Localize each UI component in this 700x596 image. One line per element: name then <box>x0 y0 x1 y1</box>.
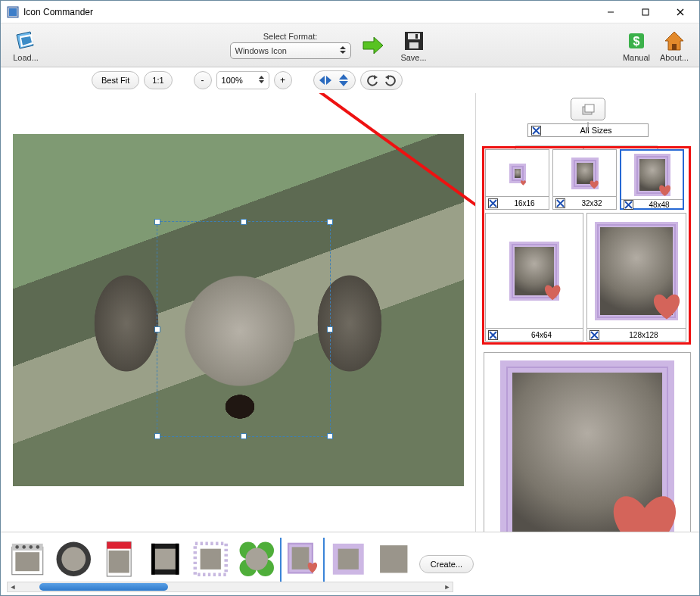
size-label: 16x16 <box>500 199 549 208</box>
svg-rect-58 <box>15 552 39 571</box>
flip-horizontal-icon[interactable] <box>317 72 334 89</box>
svg-rect-69 <box>201 549 221 569</box>
zoom-in-button[interactable]: + <box>274 71 292 89</box>
size-cell-32[interactable]: 32x32 <box>552 149 617 210</box>
minimize-button[interactable] <box>593 1 628 23</box>
all-sizes-row[interactable]: All Sizes <box>527 123 649 137</box>
all-sizes-label: All Sizes <box>545 126 648 135</box>
format-select[interactable]: Windows Icon <box>230 42 351 59</box>
create-button[interactable]: Create... <box>419 555 474 573</box>
svg-rect-79 <box>380 545 407 573</box>
checkbox-icon[interactable] <box>555 198 565 208</box>
size-label: 128x128 <box>602 331 686 339</box>
manual-label: Manual <box>623 53 650 62</box>
svg-rect-13 <box>408 33 420 39</box>
crop-handle[interactable] <box>327 219 333 225</box>
dropdown-spinner-icon <box>340 45 346 56</box>
manual-icon: $ <box>624 29 649 53</box>
svg-rect-65 <box>154 549 175 569</box>
style-thumb-clover[interactable] <box>236 538 278 582</box>
load-button[interactable]: Load... <box>7 25 45 66</box>
svg-marker-22 <box>319 76 325 85</box>
svg-marker-10 <box>340 51 346 54</box>
manual-button[interactable]: $ Manual <box>618 25 655 66</box>
style-thumb-notepad[interactable] <box>7 538 48 582</box>
scroll-thumb[interactable] <box>39 583 168 591</box>
checkbox-icon[interactable] <box>488 330 498 340</box>
scroll-right-icon[interactable]: ► <box>442 582 453 591</box>
size-label: 64x64 <box>500 331 583 339</box>
titlebar: Icon Commander <box>1 1 699 23</box>
style-strip: Create... ◄ ► <box>1 532 699 595</box>
flip-group <box>313 70 356 90</box>
style-thumb-stamp[interactable] <box>190 538 232 582</box>
svg-point-55 <box>22 545 26 549</box>
svg-point-60 <box>61 548 86 572</box>
size-cell-256[interactable]: 256x256 <box>484 352 691 532</box>
style-thumb-magazine[interactable] <box>98 538 140 582</box>
svg-rect-15 <box>415 34 418 39</box>
svg-rect-67 <box>175 544 179 575</box>
style-scrollbar[interactable]: ◄ ► <box>7 582 453 592</box>
checkbox-icon[interactable] <box>624 200 633 210</box>
crop-handle[interactable] <box>327 433 333 439</box>
rotate-left-icon[interactable] <box>364 72 381 89</box>
crop-handle[interactable] <box>327 326 333 332</box>
svg-marker-25 <box>339 81 348 86</box>
style-thumb-film[interactable] <box>145 538 186 582</box>
svg-point-57 <box>36 545 40 549</box>
svg-point-74 <box>245 548 268 571</box>
svg-marker-20 <box>259 76 264 79</box>
stack-icon <box>580 101 596 117</box>
size-cell-64[interactable]: 64x64 <box>485 213 583 342</box>
style-thumb-plain[interactable] <box>373 538 415 582</box>
view-toolbar: Best Fit 1:1 - 100% + <box>1 67 699 93</box>
crop-handle[interactable] <box>154 326 160 332</box>
crop-handle[interactable] <box>241 219 247 225</box>
load-icon <box>14 29 38 53</box>
dropdown-spinner-icon <box>259 76 264 85</box>
best-fit-button[interactable]: Best Fit <box>92 71 139 89</box>
one-to-one-button[interactable]: 1:1 <box>144 71 172 89</box>
size-cell-128[interactable]: 128x128 <box>586 213 686 342</box>
main-area: All Sizes 16x16 32x32 48x48 64x64 1 <box>1 93 699 532</box>
svg-marker-11 <box>363 37 383 54</box>
size-cell-48[interactable]: 48x48 <box>620 149 684 210</box>
scroll-left-icon[interactable]: ◄ <box>8 582 18 591</box>
about-label: About... <box>660 53 689 62</box>
crop-handle[interactable] <box>154 433 160 439</box>
format-label: Select Format: <box>263 32 318 41</box>
svg-rect-19 <box>672 44 677 50</box>
save-label: Save... <box>400 53 426 62</box>
checkbox-icon[interactable] <box>531 125 542 136</box>
zoom-value: 100% <box>222 76 243 85</box>
svg-point-54 <box>15 545 19 549</box>
style-thumb-badge[interactable] <box>53 538 95 582</box>
size-label: 32x32 <box>568 199 616 208</box>
crop-handle[interactable] <box>154 219 160 225</box>
style-thumb-square-frame[interactable] <box>328 538 369 582</box>
crop-handle[interactable] <box>241 433 247 439</box>
crop-selection[interactable] <box>157 221 331 437</box>
svg-rect-78 <box>338 549 358 569</box>
save-button[interactable]: Save... <box>395 25 433 66</box>
svg-marker-26 <box>374 75 378 80</box>
flip-vertical-icon[interactable] <box>335 72 352 89</box>
checkbox-icon[interactable] <box>590 330 599 340</box>
sizes-panel: All Sizes 16x16 32x32 48x48 64x64 1 <box>475 93 699 532</box>
zoom-out-button[interactable]: - <box>194 71 212 89</box>
svg-marker-9 <box>340 46 346 49</box>
checkbox-icon[interactable] <box>488 198 498 208</box>
style-thumb-heart-frame[interactable] <box>282 538 323 582</box>
svg-rect-76 <box>292 548 310 570</box>
maximize-button[interactable] <box>628 1 663 23</box>
source-image[interactable] <box>13 134 464 486</box>
svg-point-56 <box>30 545 33 549</box>
zoom-combo[interactable]: 100% <box>216 71 269 89</box>
about-button[interactable]: About... <box>655 25 693 66</box>
sizes-root-node[interactable] <box>571 98 605 120</box>
rotate-right-icon[interactable] <box>382 72 399 89</box>
close-button[interactable] <box>663 1 698 23</box>
size-cell-16[interactable]: 16x16 <box>485 149 549 210</box>
home-icon <box>662 29 686 53</box>
